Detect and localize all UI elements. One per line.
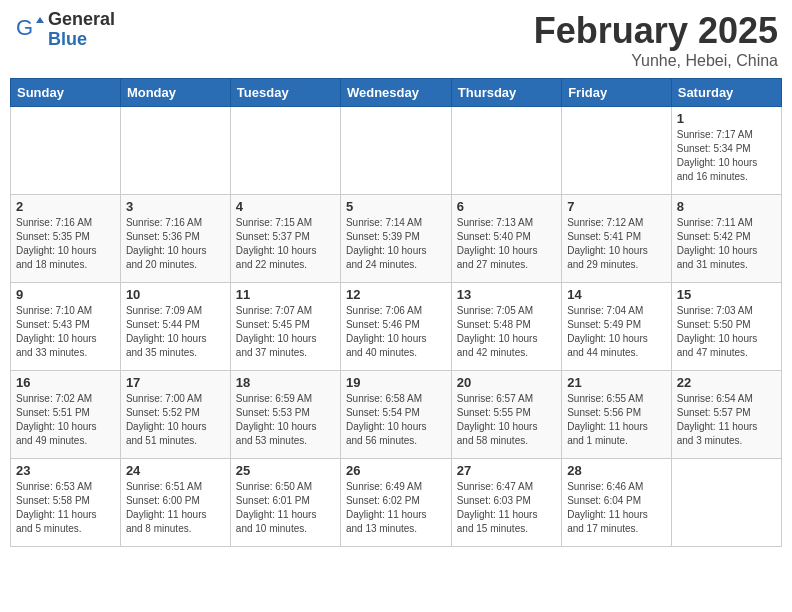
day-info: Sunrise: 7:15 AM Sunset: 5:37 PM Dayligh… bbox=[236, 216, 335, 272]
day-info: Sunrise: 7:05 AM Sunset: 5:48 PM Dayligh… bbox=[457, 304, 556, 360]
day-info: Sunrise: 7:11 AM Sunset: 5:42 PM Dayligh… bbox=[677, 216, 776, 272]
day-number: 9 bbox=[16, 287, 115, 302]
weekday-header-friday: Friday bbox=[562, 79, 672, 107]
day-number: 3 bbox=[126, 199, 225, 214]
day-number: 2 bbox=[16, 199, 115, 214]
calendar-cell: 9Sunrise: 7:10 AM Sunset: 5:43 PM Daylig… bbox=[11, 283, 121, 371]
calendar-cell: 27Sunrise: 6:47 AM Sunset: 6:03 PM Dayli… bbox=[451, 459, 561, 547]
weekday-header-saturday: Saturday bbox=[671, 79, 781, 107]
day-info: Sunrise: 7:13 AM Sunset: 5:40 PM Dayligh… bbox=[457, 216, 556, 272]
calendar-cell: 3Sunrise: 7:16 AM Sunset: 5:36 PM Daylig… bbox=[120, 195, 230, 283]
calendar-cell: 7Sunrise: 7:12 AM Sunset: 5:41 PM Daylig… bbox=[562, 195, 672, 283]
calendar-cell: 5Sunrise: 7:14 AM Sunset: 5:39 PM Daylig… bbox=[340, 195, 451, 283]
day-info: Sunrise: 7:03 AM Sunset: 5:50 PM Dayligh… bbox=[677, 304, 776, 360]
day-number: 11 bbox=[236, 287, 335, 302]
calendar-cell bbox=[230, 107, 340, 195]
page-header: G General Blue February 2025 Yunhe, Hebe… bbox=[10, 10, 782, 70]
day-number: 16 bbox=[16, 375, 115, 390]
weekday-header-monday: Monday bbox=[120, 79, 230, 107]
day-number: 22 bbox=[677, 375, 776, 390]
logo-icon: G bbox=[14, 15, 44, 45]
calendar-cell: 6Sunrise: 7:13 AM Sunset: 5:40 PM Daylig… bbox=[451, 195, 561, 283]
day-info: Sunrise: 7:07 AM Sunset: 5:45 PM Dayligh… bbox=[236, 304, 335, 360]
day-number: 28 bbox=[567, 463, 666, 478]
day-number: 15 bbox=[677, 287, 776, 302]
calendar-cell: 28Sunrise: 6:46 AM Sunset: 6:04 PM Dayli… bbox=[562, 459, 672, 547]
day-info: Sunrise: 6:59 AM Sunset: 5:53 PM Dayligh… bbox=[236, 392, 335, 448]
day-number: 17 bbox=[126, 375, 225, 390]
calendar-cell bbox=[671, 459, 781, 547]
weekday-header-thursday: Thursday bbox=[451, 79, 561, 107]
calendar-cell bbox=[340, 107, 451, 195]
day-info: Sunrise: 7:10 AM Sunset: 5:43 PM Dayligh… bbox=[16, 304, 115, 360]
calendar-header-row: SundayMondayTuesdayWednesdayThursdayFrid… bbox=[11, 79, 782, 107]
day-info: Sunrise: 7:17 AM Sunset: 5:34 PM Dayligh… bbox=[677, 128, 776, 184]
day-info: Sunrise: 7:06 AM Sunset: 5:46 PM Dayligh… bbox=[346, 304, 446, 360]
day-number: 21 bbox=[567, 375, 666, 390]
day-number: 26 bbox=[346, 463, 446, 478]
day-number: 14 bbox=[567, 287, 666, 302]
day-info: Sunrise: 7:12 AM Sunset: 5:41 PM Dayligh… bbox=[567, 216, 666, 272]
calendar-cell: 16Sunrise: 7:02 AM Sunset: 5:51 PM Dayli… bbox=[11, 371, 121, 459]
calendar-cell bbox=[562, 107, 672, 195]
logo: G General Blue bbox=[14, 10, 115, 50]
calendar-cell: 17Sunrise: 7:00 AM Sunset: 5:52 PM Dayli… bbox=[120, 371, 230, 459]
weekday-header-wednesday: Wednesday bbox=[340, 79, 451, 107]
day-info: Sunrise: 7:09 AM Sunset: 5:44 PM Dayligh… bbox=[126, 304, 225, 360]
calendar-cell: 12Sunrise: 7:06 AM Sunset: 5:46 PM Dayli… bbox=[340, 283, 451, 371]
day-info: Sunrise: 7:14 AM Sunset: 5:39 PM Dayligh… bbox=[346, 216, 446, 272]
calendar-cell: 8Sunrise: 7:11 AM Sunset: 5:42 PM Daylig… bbox=[671, 195, 781, 283]
month-title: February 2025 bbox=[534, 10, 778, 52]
day-info: Sunrise: 6:49 AM Sunset: 6:02 PM Dayligh… bbox=[346, 480, 446, 536]
weekday-header-sunday: Sunday bbox=[11, 79, 121, 107]
day-info: Sunrise: 7:16 AM Sunset: 5:36 PM Dayligh… bbox=[126, 216, 225, 272]
day-number: 7 bbox=[567, 199, 666, 214]
day-info: Sunrise: 6:50 AM Sunset: 6:01 PM Dayligh… bbox=[236, 480, 335, 536]
calendar-week-row: 16Sunrise: 7:02 AM Sunset: 5:51 PM Dayli… bbox=[11, 371, 782, 459]
calendar-cell: 2Sunrise: 7:16 AM Sunset: 5:35 PM Daylig… bbox=[11, 195, 121, 283]
day-number: 27 bbox=[457, 463, 556, 478]
calendar-cell: 10Sunrise: 7:09 AM Sunset: 5:44 PM Dayli… bbox=[120, 283, 230, 371]
calendar-cell: 14Sunrise: 7:04 AM Sunset: 5:49 PM Dayli… bbox=[562, 283, 672, 371]
svg-marker-1 bbox=[36, 17, 44, 23]
day-info: Sunrise: 7:16 AM Sunset: 5:35 PM Dayligh… bbox=[16, 216, 115, 272]
logo-general-text: General bbox=[48, 10, 115, 30]
day-number: 12 bbox=[346, 287, 446, 302]
calendar-cell: 22Sunrise: 6:54 AM Sunset: 5:57 PM Dayli… bbox=[671, 371, 781, 459]
calendar-cell: 13Sunrise: 7:05 AM Sunset: 5:48 PM Dayli… bbox=[451, 283, 561, 371]
calendar-cell: 4Sunrise: 7:15 AM Sunset: 5:37 PM Daylig… bbox=[230, 195, 340, 283]
day-number: 25 bbox=[236, 463, 335, 478]
day-number: 20 bbox=[457, 375, 556, 390]
day-info: Sunrise: 7:00 AM Sunset: 5:52 PM Dayligh… bbox=[126, 392, 225, 448]
day-number: 18 bbox=[236, 375, 335, 390]
day-info: Sunrise: 6:55 AM Sunset: 5:56 PM Dayligh… bbox=[567, 392, 666, 448]
title-block: February 2025 Yunhe, Hebei, China bbox=[534, 10, 778, 70]
day-number: 23 bbox=[16, 463, 115, 478]
calendar-cell: 20Sunrise: 6:57 AM Sunset: 5:55 PM Dayli… bbox=[451, 371, 561, 459]
day-number: 5 bbox=[346, 199, 446, 214]
day-info: Sunrise: 6:46 AM Sunset: 6:04 PM Dayligh… bbox=[567, 480, 666, 536]
day-number: 4 bbox=[236, 199, 335, 214]
day-info: Sunrise: 6:54 AM Sunset: 5:57 PM Dayligh… bbox=[677, 392, 776, 448]
calendar-cell: 11Sunrise: 7:07 AM Sunset: 5:45 PM Dayli… bbox=[230, 283, 340, 371]
calendar-cell: 15Sunrise: 7:03 AM Sunset: 5:50 PM Dayli… bbox=[671, 283, 781, 371]
day-number: 13 bbox=[457, 287, 556, 302]
calendar-cell bbox=[451, 107, 561, 195]
calendar-table: SundayMondayTuesdayWednesdayThursdayFrid… bbox=[10, 78, 782, 547]
calendar-cell: 26Sunrise: 6:49 AM Sunset: 6:02 PM Dayli… bbox=[340, 459, 451, 547]
calendar-cell: 25Sunrise: 6:50 AM Sunset: 6:01 PM Dayli… bbox=[230, 459, 340, 547]
calendar-cell: 1Sunrise: 7:17 AM Sunset: 5:34 PM Daylig… bbox=[671, 107, 781, 195]
day-info: Sunrise: 6:57 AM Sunset: 5:55 PM Dayligh… bbox=[457, 392, 556, 448]
day-number: 24 bbox=[126, 463, 225, 478]
day-number: 6 bbox=[457, 199, 556, 214]
calendar-week-row: 2Sunrise: 7:16 AM Sunset: 5:35 PM Daylig… bbox=[11, 195, 782, 283]
calendar-cell bbox=[120, 107, 230, 195]
calendar-cell: 18Sunrise: 6:59 AM Sunset: 5:53 PM Dayli… bbox=[230, 371, 340, 459]
day-info: Sunrise: 6:58 AM Sunset: 5:54 PM Dayligh… bbox=[346, 392, 446, 448]
weekday-header-tuesday: Tuesday bbox=[230, 79, 340, 107]
calendar-cell: 21Sunrise: 6:55 AM Sunset: 5:56 PM Dayli… bbox=[562, 371, 672, 459]
day-number: 19 bbox=[346, 375, 446, 390]
svg-text:G: G bbox=[16, 15, 33, 40]
calendar-week-row: 23Sunrise: 6:53 AM Sunset: 5:58 PM Dayli… bbox=[11, 459, 782, 547]
logo-blue-text: Blue bbox=[48, 30, 115, 50]
